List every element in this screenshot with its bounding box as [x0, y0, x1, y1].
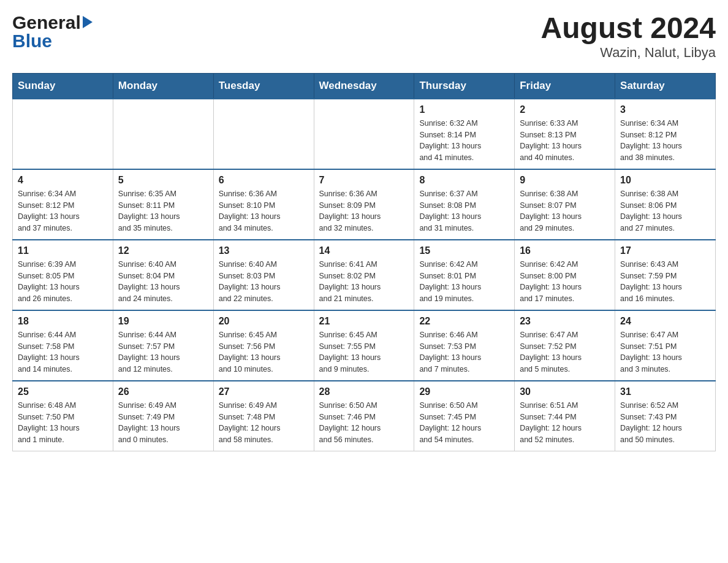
day-number: 24 [620, 316, 710, 327]
calendar-cell: 4Sunrise: 6:34 AM Sunset: 8:12 PM Daylig… [13, 169, 113, 240]
day-number: 31 [620, 386, 710, 397]
calendar-cell: 17Sunrise: 6:43 AM Sunset: 7:59 PM Dayli… [615, 240, 716, 310]
day-number: 27 [219, 386, 309, 397]
calendar-cell [314, 99, 414, 169]
day-info: Sunrise: 6:40 AM Sunset: 8:03 PM Dayligh… [219, 259, 309, 305]
month-year-title: August 2024 [541, 12, 716, 45]
calendar-header-friday: Friday [515, 73, 615, 99]
calendar-cell [113, 99, 213, 169]
day-info: Sunrise: 6:34 AM Sunset: 8:12 PM Dayligh… [18, 188, 108, 234]
day-info: Sunrise: 6:44 AM Sunset: 7:58 PM Dayligh… [18, 329, 108, 375]
day-number: 16 [520, 245, 610, 256]
calendar-cell: 29Sunrise: 6:50 AM Sunset: 7:45 PM Dayli… [414, 381, 515, 451]
calendar-header-thursday: Thursday [414, 73, 515, 99]
calendar-week-1: 1Sunrise: 6:32 AM Sunset: 8:14 PM Daylig… [13, 99, 716, 169]
day-info: Sunrise: 6:49 AM Sunset: 7:49 PM Dayligh… [118, 400, 208, 446]
calendar-cell: 19Sunrise: 6:44 AM Sunset: 7:57 PM Dayli… [113, 310, 213, 381]
day-info: Sunrise: 6:37 AM Sunset: 8:08 PM Dayligh… [419, 188, 509, 234]
logo-general-text: General [12, 12, 81, 33]
calendar-cell: 21Sunrise: 6:45 AM Sunset: 7:55 PM Dayli… [314, 310, 414, 381]
day-info: Sunrise: 6:47 AM Sunset: 7:52 PM Dayligh… [520, 329, 610, 375]
title-block: August 2024 Wazin, Nalut, Libya [541, 12, 716, 61]
calendar-table: SundayMondayTuesdayWednesdayThursdayFrid… [12, 73, 716, 451]
day-number: 22 [419, 316, 509, 327]
calendar-cell: 30Sunrise: 6:51 AM Sunset: 7:44 PM Dayli… [515, 381, 615, 451]
day-info: Sunrise: 6:38 AM Sunset: 8:07 PM Dayligh… [520, 188, 610, 234]
day-info: Sunrise: 6:40 AM Sunset: 8:04 PM Dayligh… [118, 259, 208, 305]
calendar-cell: 3Sunrise: 6:34 AM Sunset: 8:12 PM Daylig… [615, 99, 716, 169]
calendar-week-2: 4Sunrise: 6:34 AM Sunset: 8:12 PM Daylig… [13, 169, 716, 240]
calendar-cell: 11Sunrise: 6:39 AM Sunset: 8:05 PM Dayli… [13, 240, 113, 310]
day-info: Sunrise: 6:38 AM Sunset: 8:06 PM Dayligh… [620, 188, 710, 234]
calendar-cell: 10Sunrise: 6:38 AM Sunset: 8:06 PM Dayli… [615, 169, 716, 240]
day-number: 1 [419, 104, 509, 115]
day-info: Sunrise: 6:36 AM Sunset: 8:09 PM Dayligh… [319, 188, 409, 234]
calendar-header-tuesday: Tuesday [213, 73, 314, 99]
day-info: Sunrise: 6:35 AM Sunset: 8:11 PM Dayligh… [118, 188, 208, 234]
day-number: 11 [18, 245, 108, 256]
calendar-cell: 2Sunrise: 6:33 AM Sunset: 8:13 PM Daylig… [515, 99, 615, 169]
day-number: 18 [18, 316, 108, 327]
day-info: Sunrise: 6:50 AM Sunset: 7:45 PM Dayligh… [419, 400, 509, 446]
calendar-cell: 16Sunrise: 6:42 AM Sunset: 8:00 PM Dayli… [515, 240, 615, 310]
day-info: Sunrise: 6:42 AM Sunset: 8:00 PM Dayligh… [520, 259, 610, 305]
day-number: 10 [620, 175, 710, 186]
calendar-week-4: 18Sunrise: 6:44 AM Sunset: 7:58 PM Dayli… [13, 310, 716, 381]
day-number: 9 [520, 175, 610, 186]
day-number: 17 [620, 245, 710, 256]
day-number: 6 [219, 175, 309, 186]
calendar-cell: 7Sunrise: 6:36 AM Sunset: 8:09 PM Daylig… [314, 169, 414, 240]
day-number: 5 [118, 175, 208, 186]
day-number: 15 [419, 245, 509, 256]
day-info: Sunrise: 6:51 AM Sunset: 7:44 PM Dayligh… [520, 400, 610, 446]
day-info: Sunrise: 6:48 AM Sunset: 7:50 PM Dayligh… [18, 400, 108, 446]
calendar-cell: 20Sunrise: 6:45 AM Sunset: 7:56 PM Dayli… [213, 310, 314, 381]
location-subtitle: Wazin, Nalut, Libya [541, 45, 716, 61]
day-number: 13 [219, 245, 309, 256]
calendar-cell: 6Sunrise: 6:36 AM Sunset: 8:10 PM Daylig… [213, 169, 314, 240]
calendar-cell [213, 99, 314, 169]
day-info: Sunrise: 6:49 AM Sunset: 7:48 PM Dayligh… [219, 400, 309, 446]
day-number: 30 [520, 386, 610, 397]
day-number: 12 [118, 245, 208, 256]
calendar-cell: 5Sunrise: 6:35 AM Sunset: 8:11 PM Daylig… [113, 169, 213, 240]
day-number: 19 [118, 316, 208, 327]
day-number: 29 [419, 386, 509, 397]
logo-arrow-icon [83, 16, 93, 28]
day-number: 23 [520, 316, 610, 327]
calendar-week-3: 11Sunrise: 6:39 AM Sunset: 8:05 PM Dayli… [13, 240, 716, 310]
calendar-cell: 28Sunrise: 6:50 AM Sunset: 7:46 PM Dayli… [314, 381, 414, 451]
day-number: 20 [219, 316, 309, 327]
day-info: Sunrise: 6:39 AM Sunset: 8:05 PM Dayligh… [18, 259, 108, 305]
calendar-cell: 13Sunrise: 6:40 AM Sunset: 8:03 PM Dayli… [213, 240, 314, 310]
day-info: Sunrise: 6:47 AM Sunset: 7:51 PM Dayligh… [620, 329, 710, 375]
calendar-cell: 31Sunrise: 6:52 AM Sunset: 7:43 PM Dayli… [615, 381, 716, 451]
day-info: Sunrise: 6:45 AM Sunset: 7:56 PM Dayligh… [219, 329, 309, 375]
day-number: 8 [419, 175, 509, 186]
day-number: 3 [620, 104, 710, 115]
calendar-cell: 27Sunrise: 6:49 AM Sunset: 7:48 PM Dayli… [213, 381, 314, 451]
calendar-cell [13, 99, 113, 169]
day-info: Sunrise: 6:42 AM Sunset: 8:01 PM Dayligh… [419, 259, 509, 305]
calendar-header-saturday: Saturday [615, 73, 716, 99]
day-info: Sunrise: 6:33 AM Sunset: 8:13 PM Dayligh… [520, 118, 610, 164]
day-info: Sunrise: 6:32 AM Sunset: 8:14 PM Dayligh… [419, 118, 509, 164]
logo-blue-text: Blue [12, 31, 52, 52]
logo: General Blue [12, 12, 93, 52]
calendar-cell: 25Sunrise: 6:48 AM Sunset: 7:50 PM Dayli… [13, 381, 113, 451]
day-info: Sunrise: 6:45 AM Sunset: 7:55 PM Dayligh… [319, 329, 409, 375]
day-number: 26 [118, 386, 208, 397]
calendar-cell: 15Sunrise: 6:42 AM Sunset: 8:01 PM Dayli… [414, 240, 515, 310]
day-number: 2 [520, 104, 610, 115]
calendar-cell: 26Sunrise: 6:49 AM Sunset: 7:49 PM Dayli… [113, 381, 213, 451]
calendar-cell: 12Sunrise: 6:40 AM Sunset: 8:04 PM Dayli… [113, 240, 213, 310]
day-number: 7 [319, 175, 409, 186]
day-number: 4 [18, 175, 108, 186]
calendar-header-wednesday: Wednesday [314, 73, 414, 99]
day-info: Sunrise: 6:50 AM Sunset: 7:46 PM Dayligh… [319, 400, 409, 446]
calendar-cell: 8Sunrise: 6:37 AM Sunset: 8:08 PM Daylig… [414, 169, 515, 240]
calendar-cell: 22Sunrise: 6:46 AM Sunset: 7:53 PM Dayli… [414, 310, 515, 381]
day-info: Sunrise: 6:36 AM Sunset: 8:10 PM Dayligh… [219, 188, 309, 234]
calendar-cell: 14Sunrise: 6:41 AM Sunset: 8:02 PM Dayli… [314, 240, 414, 310]
day-number: 25 [18, 386, 108, 397]
